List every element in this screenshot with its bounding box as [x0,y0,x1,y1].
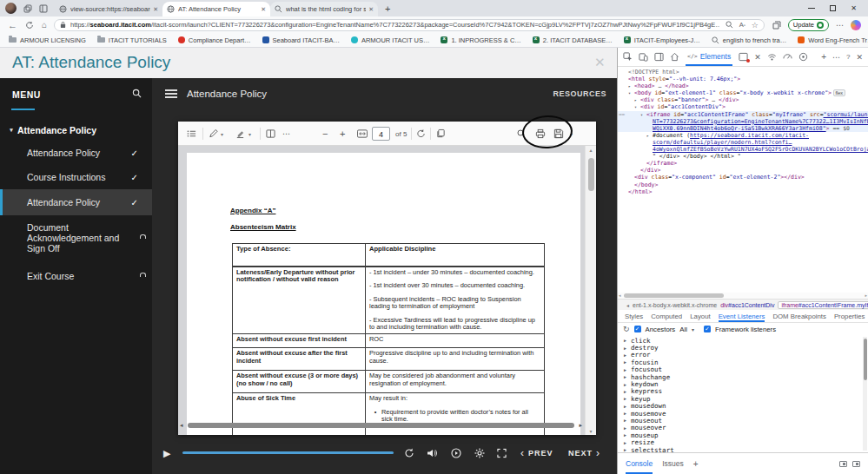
highlight-dropdown-icon[interactable]: ▾ [248,130,251,136]
ancestors-checkbox[interactable]: ✓ [634,326,641,332]
new-tab-button[interactable]: + [385,3,390,14]
expand-arrow-icon[interactable]: ▾ [640,111,646,118]
read-aloud-icon[interactable]: Aᵃ [739,21,745,29]
scroll-left-icon[interactable]: ◂ [180,422,183,429]
draw-dropdown-icon[interactable]: ▾ [221,130,223,136]
event-listener-row[interactable]: ▶destroy [624,344,868,351]
expand-arrow-icon[interactable]: ▶ [624,396,631,401]
more-tools-icon[interactable]: ⋯ [282,129,291,138]
tab-elements[interactable]: </> Elements [686,48,732,66]
page-view-icon[interactable] [266,128,275,138]
tab-styles[interactable]: Styles [625,310,643,322]
refresh-listeners-icon[interactable]: ↻ [623,326,630,333]
sidebar-item[interactable]: Attendance Policy✓ [0,189,152,215]
crumbs-scroll-left-icon[interactable]: ◂ [626,302,629,308]
dom-tree-line[interactable]: ▸<head> … </head> [618,82,868,89]
dom-tree-line[interactable]: ▸<div class="banner"> … </div> [618,96,868,103]
back-icon[interactable]: ← [8,20,17,30]
bookmark-item[interactable]: ITACIT-Employees-J… [624,36,700,44]
zoom-in-icon[interactable]: + [340,128,345,139]
maximize-icon[interactable] [830,5,836,11]
expand-arrow-icon[interactable]: ▶ [624,338,631,343]
help-icon[interactable]: ? [846,53,850,61]
vertical-tabs-icon[interactable] [39,4,48,13]
address-bar[interactable]: https://seaboard.itacit.com/itacit-scorm… [54,19,765,31]
dom-tree[interactable]: <!DOCTYPE html> <html style="--vh-unit: … [618,67,868,293]
menu-label[interactable]: MENU [12,89,41,100]
tab-close-icon[interactable]: ✕ [368,6,374,13]
events-scrollbar[interactable] [863,337,867,451]
event-listener-row[interactable]: ▶selectstart [624,446,868,452]
browser-tab[interactable]: view-source:https://seaboard.ita…✕ [55,2,162,16]
network-conditions-icon[interactable]: ✕ [754,53,761,62]
highlight-icon[interactable] [235,128,245,138]
hamburger-icon[interactable] [165,89,177,98]
sidebar-item[interactable]: Exit Course [0,260,152,292]
playback-speed-icon[interactable] [451,448,461,458]
fullscreen-icon[interactable] [497,448,507,458]
scroll-right-icon[interactable]: ▸ [865,293,867,298]
more-tabs-icon[interactable]: + [821,52,826,62]
minimize-icon[interactable] [808,8,815,9]
pdf-vertical-scrollbar[interactable]: ▴ ▾ [585,146,596,435]
tab-dom-breakpoints[interactable]: DOM Breakpoints [772,310,826,322]
breadcrumb-item[interactable]: iframe#acc1ContentIFrame.myIframe [778,301,868,309]
expand-arrow-icon[interactable]: ▶ [624,367,631,372]
tab-layout[interactable]: Layout [690,310,710,322]
performance-icon[interactable] [783,52,792,62]
expand-arrow-icon[interactable]: ▶ [624,359,631,365]
scroll-down-icon[interactable]: ▾ [586,428,596,434]
bookmark-item[interactable]: Word Eng-French Tr… [798,36,868,44]
drawer-add-icon[interactable]: + [693,459,699,469]
event-listener-row[interactable]: ▶mouseup [624,431,868,438]
scrollbar-thumb[interactable] [188,423,574,428]
scrollbar-thumb[interactable] [624,293,724,298]
browser-tab[interactable]: AT: Attendance Policy✕ [162,2,270,16]
expand-arrow-icon[interactable]: ▸ [634,96,640,103]
toc-icon[interactable] [187,129,196,138]
event-listener-row[interactable]: ▶keypress [624,388,868,395]
expand-arrow-icon[interactable]: ▶ [624,382,631,387]
bookmark-item[interactable]: ITACIT TUTORIALS [97,36,167,44]
expand-arrow-icon[interactable]: ▶ [624,411,631,416]
devtools-close-icon[interactable]: ✕ [856,53,863,62]
framework-listeners-checkbox[interactable]: ✓ [704,326,711,332]
expand-arrow-icon[interactable]: ▶ [624,440,631,445]
event-listener-row[interactable]: ▶mouseover [624,425,868,431]
favorite-star-icon[interactable]: ☆ [752,21,759,30]
target-icon[interactable] [798,52,808,62]
bookmark-item[interactable]: 1. INPROGRESS & C… [441,36,520,44]
page-number-input[interactable]: 4 [372,127,390,141]
expand-drawer-icon[interactable] [852,461,860,467]
browser-menu-icon[interactable]: ⋯ [836,21,844,30]
devtools-menu-icon[interactable]: ⋯ [832,53,840,62]
dom-tree-line[interactable]: " </div> </body> </html> " [618,153,868,160]
resources-button[interactable]: RESOURCES [553,89,606,98]
expand-arrow-icon[interactable]: ▶ [624,374,631,379]
bookmark-item[interactable]: 2. ITACIT DATABASE… [533,36,613,44]
expand-arrow-icon[interactable]: ▸ [646,132,653,139]
browser-tab[interactable]: what is the html coding for save …✕ [270,2,378,16]
dom-tree-line[interactable]: ==▾<iframe id="acc1ContentIFrame" class=… [618,111,868,118]
tab-close-icon[interactable]: ✕ [261,6,266,13]
expand-arrow-icon[interactable]: ▶ [624,389,631,394]
search-icon[interactable] [132,89,142,98]
scroll-left-icon[interactable]: ◂ [619,293,621,298]
dom-tree-line[interactable]: NT=773226273&configuration=EngineTenantN… [618,118,868,125]
zoom-icon[interactable] [726,21,733,29]
workspaces-icon[interactable] [23,4,32,13]
update-button[interactable]: Update [788,19,829,31]
play-icon[interactable]: ▶ [163,447,170,458]
expand-arrow-icon[interactable]: ▾ [628,89,634,96]
fit-width-icon[interactable] [357,129,368,138]
sidebar-item[interactable]: Attendance Policy✓ [0,141,152,165]
sidebar-section[interactable]: ▾ Attendance Policy [0,120,152,141]
profile-avatar[interactable] [5,3,17,14]
dom-tree-line[interactable]: <div class="x-component" id="ext-element… [618,174,868,181]
collections-icon[interactable] [772,21,781,30]
dom-horizontal-scrollbar[interactable]: ◂ ▸ [618,293,868,299]
expand-arrow-icon[interactable]: ▶ [624,432,631,438]
bookmark-item[interactable]: Seaboard ITACIT-BA… [262,36,340,44]
tab-event-listeners[interactable]: Event Listeners [719,310,765,322]
zoom-out-icon[interactable]: − [322,128,328,139]
